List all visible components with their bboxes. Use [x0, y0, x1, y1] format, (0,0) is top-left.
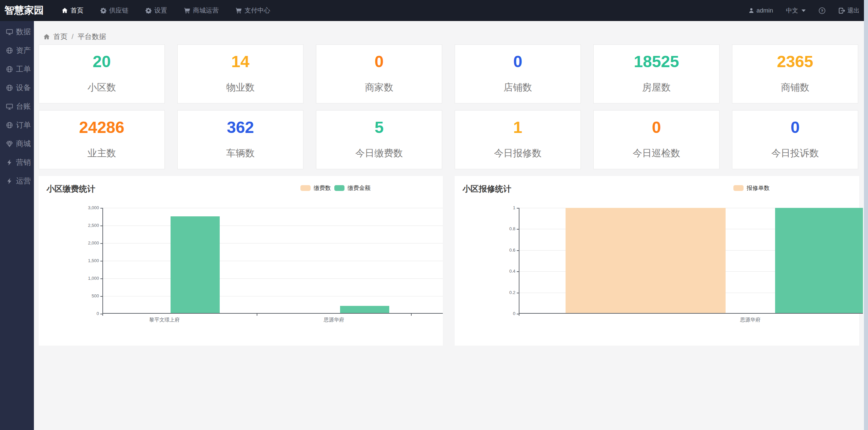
logout-label: 退出: [847, 6, 860, 15]
chart-title: 小区缴费统计: [46, 183, 95, 194]
y-axis-label: 0: [75, 311, 99, 316]
stat-value: 0: [375, 53, 384, 70]
sidebar-item[interactable]: 营销: [0, 153, 34, 172]
user-name: admin: [756, 7, 773, 14]
scrollbar[interactable]: [864, 0, 868, 430]
top-navbar: 智慧家园 首页 供应链 设置 商城运营 支: [0, 0, 868, 21]
gridline: [102, 261, 443, 261]
legend-item[interactable]: 报修单数: [733, 184, 770, 192]
stat-card: 362车辆数: [177, 110, 303, 169]
stat-card: 5今日缴费数: [316, 110, 442, 169]
stat-value: 0: [652, 119, 661, 136]
stat-value: 1: [513, 119, 522, 136]
legend-swatch: [733, 185, 744, 191]
legend-label: 报修单数: [747, 184, 770, 192]
stat-label: 店铺数: [504, 82, 532, 93]
y-axis-label: 0.6: [492, 248, 515, 253]
menu-item[interactable]: 设置: [137, 0, 176, 21]
help-button[interactable]: ?: [818, 7, 826, 14]
globe-icon: [6, 84, 13, 91]
monitor-icon: [6, 28, 13, 35]
stat-label: 商家数: [365, 82, 393, 93]
chart-panel: 小区报修统计报修单数10.80.60.40.20思源华府: [455, 176, 859, 346]
y-axis-tick: [100, 208, 102, 209]
sidebar-item[interactable]: 工单: [0, 60, 34, 78]
sidebar-item[interactable]: 运营: [0, 172, 34, 190]
y-axis-tick: [100, 261, 102, 261]
breadcrumb-home[interactable]: 首页: [53, 32, 67, 41]
menu-item[interactable]: 商城运营: [176, 0, 227, 21]
chart-bar[interactable]: [171, 216, 220, 313]
stat-card: 0今日投诉数: [732, 110, 858, 169]
globe-icon: [6, 47, 13, 54]
y-axis-label: 1,500: [75, 258, 99, 263]
y-axis-tick: [100, 226, 102, 226]
stat-card: 14物业数: [177, 44, 303, 103]
y-axis-label: 2,500: [75, 223, 99, 228]
y-axis-tick: [100, 278, 102, 279]
stat-label: 小区数: [87, 82, 116, 93]
user-menu[interactable]: admin: [749, 7, 773, 14]
gridline: [102, 243, 443, 243]
chart-plot: [102, 208, 443, 314]
logout-button[interactable]: 退出: [839, 6, 860, 15]
sidebar-item[interactable]: 资产: [0, 41, 34, 60]
y-axis-label: 3,000: [75, 205, 99, 210]
monitor-icon: [6, 103, 13, 110]
y-axis-label: 500: [75, 293, 99, 298]
y-axis-label: 1: [492, 205, 515, 210]
globe-icon: [6, 66, 13, 73]
app-logo: 智慧家园: [0, 4, 44, 17]
sidebar-item[interactable]: 设备: [0, 78, 34, 97]
y-axis-tick: [517, 208, 519, 209]
language-selector[interactable]: 中文: [786, 6, 806, 15]
stat-card: 2365商铺数: [732, 44, 858, 103]
legend-label: 缴费数: [314, 184, 331, 192]
chart-bar[interactable]: [340, 306, 389, 313]
legend-swatch: [334, 185, 344, 191]
legend-label: 缴费金额: [348, 184, 371, 192]
x-axis-label: 黎平文璟上府: [131, 317, 198, 323]
sidebar-item[interactable]: 订单: [0, 116, 34, 134]
stat-label: 今日投诉数: [771, 148, 819, 158]
sidebar-item[interactable]: 商城: [0, 134, 34, 153]
x-axis-line: [102, 313, 443, 314]
stat-label: 今日缴费数: [355, 148, 403, 158]
stat-card: 0商家数: [316, 44, 442, 103]
gem-icon: [6, 140, 13, 147]
y-axis-label: 0: [492, 311, 515, 316]
svg-text:?: ?: [821, 8, 823, 13]
x-axis-label: 思源华府: [716, 317, 784, 323]
chart-bar[interactable]: [566, 208, 726, 313]
sidebar: 数据 资产 工单 设备 台账 订单: [0, 21, 34, 430]
y-axis-line: [102, 208, 103, 316]
sidebar-item[interactable]: 数据: [0, 22, 34, 41]
chart-legend: 报修单数: [733, 184, 770, 192]
globe-icon: [6, 122, 13, 129]
breadcrumb-separator: /: [71, 33, 74, 41]
y-axis-tick: [517, 271, 519, 272]
logout-icon: [839, 7, 845, 14]
stat-value: 0: [791, 119, 800, 136]
stat-card: 24286业主数: [39, 110, 165, 169]
navbar-right: admin 中文 ? 退出: [749, 6, 868, 15]
breadcrumb-current: 平台数据: [78, 32, 106, 41]
stat-card: 20小区数: [39, 44, 165, 103]
chart-bar[interactable]: [775, 208, 863, 313]
y-axis-tick: [517, 229, 519, 230]
menu-item[interactable]: 首页: [53, 0, 92, 21]
y-axis-label: 0.4: [492, 269, 515, 274]
sidebar-item[interactable]: 台账: [0, 97, 34, 116]
language-label: 中文: [786, 6, 798, 15]
y-axis-tick: [100, 243, 102, 244]
gear-icon: [100, 7, 106, 14]
legend-item[interactable]: 缴费数: [300, 184, 331, 192]
y-axis-tick: [517, 293, 519, 293]
gridline: [102, 226, 443, 226]
menu-item[interactable]: 供应链: [92, 0, 137, 21]
legend-item[interactable]: 缴费金额: [334, 184, 371, 192]
breadcrumb: 首页 / 平台数据: [43, 32, 106, 41]
menu-item[interactable]: 支付中心: [227, 0, 279, 21]
stat-label: 今日巡检数: [633, 148, 680, 158]
bolt-icon: [6, 159, 13, 166]
